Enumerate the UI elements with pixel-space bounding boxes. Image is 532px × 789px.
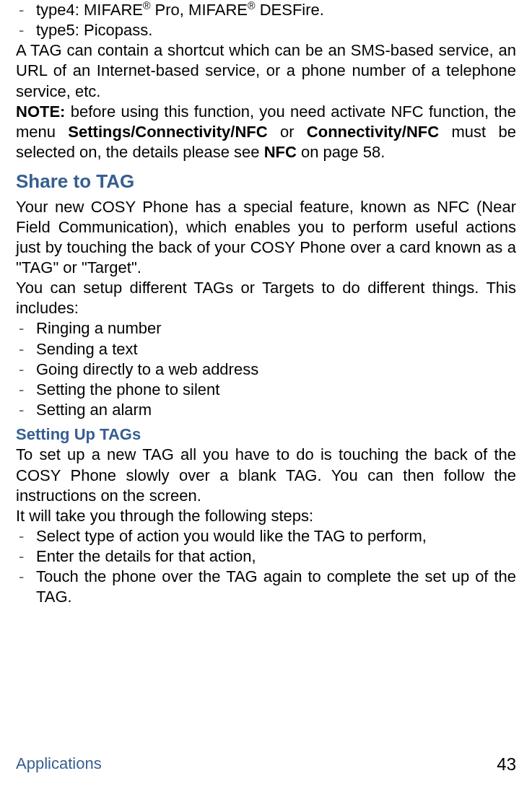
- paragraph: A TAG can contain a shortcut which can b…: [16, 40, 516, 101]
- page-content: - type4: MIFARE® Pro, MIFARE® DESFire. -…: [16, 0, 516, 608]
- list-text: Setting the phone to silent: [36, 380, 516, 400]
- list-item: - type4: MIFARE® Pro, MIFARE® DESFire.: [19, 0, 516, 20]
- list-item: - type5: Picopass.: [19, 20, 516, 40]
- page-footer: Applications 43: [16, 754, 516, 776]
- list-item: - Sending a text: [19, 339, 516, 359]
- bullet-dash: -: [19, 339, 36, 359]
- list-text: Touch the phone over the TAG again to co…: [36, 567, 516, 607]
- bullet-dash: -: [19, 359, 36, 380]
- paragraph: It will take you through the following s…: [16, 506, 516, 526]
- note-paragraph: NOTE: before using this function, you ne…: [16, 102, 516, 162]
- list-item: - Setting the phone to silent: [19, 380, 516, 400]
- list-item: - Ringing a number: [19, 318, 516, 339]
- bullet-dash: -: [19, 0, 36, 20]
- list-text: type4: MIFARE® Pro, MIFARE® DESFire.: [36, 0, 516, 20]
- bullet-dash: -: [19, 380, 36, 400]
- paragraph: Your new COSY Phone has a special featur…: [16, 197, 516, 279]
- heading-share-to-tag: Share to TAG: [16, 170, 516, 193]
- list-item: - Enter the details for that action,: [19, 546, 516, 567]
- page-number: 43: [497, 754, 516, 776]
- subheading-setting-up-tags: Setting Up TAGs: [16, 424, 516, 445]
- list-text: Sending a text: [36, 339, 516, 359]
- paragraph: You can setup different TAGs or Targets …: [16, 278, 516, 318]
- bullet-dash: -: [19, 318, 36, 339]
- list-item: - Going directly to a web address: [19, 359, 516, 380]
- list-text: Setting an alarm: [36, 400, 516, 420]
- list-item: - Select type of action you would like t…: [19, 526, 516, 546]
- bullet-dash: -: [19, 567, 36, 607]
- bullet-dash: -: [19, 400, 36, 420]
- list-item: - Touch the phone over the TAG again to …: [19, 567, 516, 607]
- list-text: Enter the details for that action,: [36, 546, 516, 567]
- bullet-dash: -: [19, 546, 36, 567]
- paragraph: To set up a new TAG all you have to do i…: [16, 445, 516, 505]
- list-item: - Setting an alarm: [19, 400, 516, 420]
- footer-section-title: Applications: [16, 754, 102, 776]
- list-text: Select type of action you would like the…: [36, 526, 516, 546]
- bullet-dash: -: [19, 20, 36, 40]
- list-text: type5: Picopass.: [36, 20, 516, 40]
- list-text: Ringing a number: [36, 318, 516, 339]
- bullet-dash: -: [19, 526, 36, 546]
- list-text: Going directly to a web address: [36, 359, 516, 380]
